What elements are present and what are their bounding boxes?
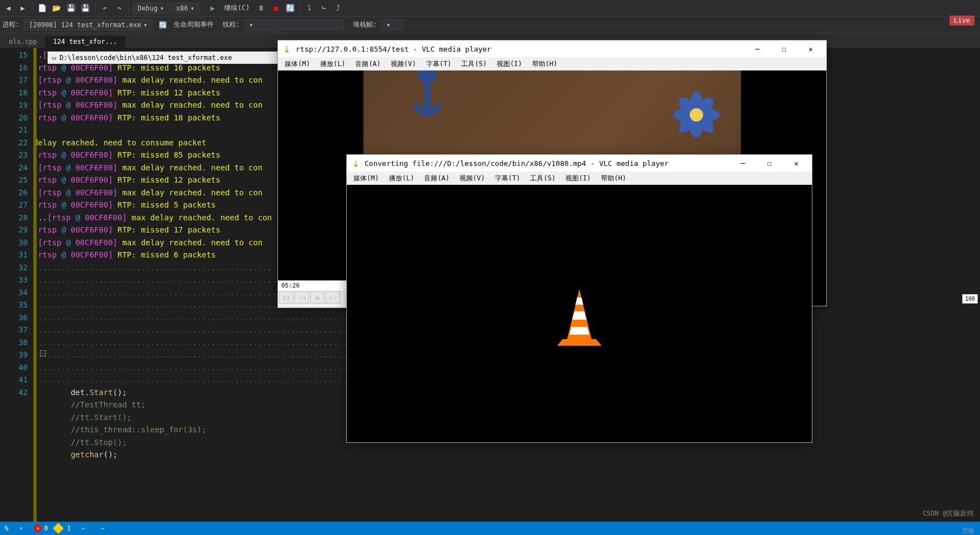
stackframe-combo[interactable]: ▾ (381, 19, 403, 31)
process-combo[interactable]: [20908] 124 test_xformat.exe ▾ (24, 19, 153, 31)
playback-time: 05:26 (278, 281, 346, 290)
svg-point-7 (690, 108, 703, 122)
menu-help[interactable]: 帮助(H) (528, 58, 562, 70)
errors-indicator[interactable]: ✕ 0 (34, 524, 48, 532)
nav-fwd-icon[interactable]: ▶ (17, 2, 29, 14)
menu-audio[interactable]: 音频(A) (351, 58, 385, 70)
svg-marker-21 (557, 339, 602, 346)
restart-icon[interactable]: 🔄 (284, 2, 296, 14)
zoom-dropdown[interactable]: ▾ (15, 522, 27, 534)
menu-view[interactable]: 视图(I) (492, 58, 527, 70)
warnings-indicator[interactable]: 1 (54, 524, 70, 532)
menu-play[interactable]: 播放(L) (316, 58, 350, 70)
prev-button[interactable]: |◀ (295, 291, 309, 304)
svg-rect-2 (286, 49, 289, 51)
svg-marker-14 (354, 160, 357, 166)
vlc2-video[interactable] (347, 185, 812, 442)
pause-button[interactable]: ❚❚ (279, 291, 294, 304)
vlc1-menubar: 媒体(M) 播放(L) 音频(A) 视频(V) 字幕(T) 工具(S) 视图(I… (278, 57, 826, 70)
menu-view[interactable]: 视图(I) (561, 173, 595, 184)
svg-marker-0 (285, 46, 289, 52)
nav-back-status[interactable]: ← (78, 522, 90, 534)
svg-marker-19 (572, 311, 587, 320)
process-label: 进程: (2, 20, 19, 29)
config-combo[interactable]: Debug ▾ (133, 3, 169, 14)
lifecycle-icon[interactable]: 🔄 (157, 19, 169, 31)
menu-subtitle[interactable]: 字幕(T) (491, 173, 525, 184)
svg-rect-16 (355, 164, 357, 165)
tab-test-xformat[interactable]: 124 test_xfor... (46, 35, 126, 48)
fold-toggle[interactable]: − (40, 350, 46, 356)
console-app-icon: ▭ (52, 54, 56, 62)
stop-icon[interactable]: ■ (270, 2, 282, 14)
close-icon[interactable]: ✕ (800, 41, 822, 57)
redo-icon[interactable]: ↷ (113, 2, 125, 14)
vlc-icon (282, 44, 291, 53)
thread-combo[interactable]: ▾ (244, 19, 344, 31)
menu-audio[interactable]: 音频(A) (420, 173, 454, 184)
vlc2-titlebar[interactable]: Converting file:///D:/lesson/code/bin/x8… (347, 155, 812, 171)
next-button[interactable]: ▶| (326, 291, 340, 304)
menu-tools[interactable]: 工具(S) (457, 58, 491, 70)
save-icon[interactable]: 💾 (65, 2, 77, 14)
platform-combo[interactable]: x86 ▾ (171, 3, 199, 14)
svg-marker-18 (575, 297, 583, 305)
vs-debugbar: 进程: [20908] 124 test_xformat.exe ▾ 🔄 生命周… (0, 17, 980, 33)
undo-icon[interactable]: ↶ (99, 2, 111, 14)
error-count: 0 (44, 524, 48, 532)
anchor-graphic (397, 70, 458, 137)
vlc1-titlebar[interactable]: rtsp://127.0.0.1:8554/test - VLC media p… (278, 41, 826, 57)
continue-label[interactable]: 继续(C) (221, 3, 253, 13)
error-icon: ✕ (34, 524, 42, 532)
maximize-icon[interactable]: ☐ (759, 155, 781, 171)
volume-badge: 100 (962, 294, 978, 304)
vs-toolbar: ◀ ▶ 📄 📂 💾 💾 ↶ ↷ Debug ▾ x86 ▾ ▶ 继续(C) ⏸ … (0, 0, 980, 17)
stackframe-label: 堆栈帧: (353, 20, 377, 29)
step-into-icon[interactable]: ⤷ (318, 2, 330, 14)
minimize-icon[interactable]: ─ (732, 155, 754, 171)
config-text: Debug (138, 4, 158, 12)
live-badge[interactable]: Live (949, 16, 974, 26)
menu-play[interactable]: 播放(L) (385, 173, 419, 184)
lifecycle-label: 生命周期事件 (174, 20, 214, 29)
save-all-icon[interactable]: 💾 (79, 2, 92, 14)
watermark: CSDN @苦藤新鸡 (923, 509, 973, 518)
menu-subtitle[interactable]: 字幕(T) (422, 58, 456, 70)
close-icon[interactable]: ✕ (785, 155, 807, 171)
continue-icon[interactable]: ▶ (206, 2, 219, 14)
warning-count: 1 (67, 524, 70, 532)
thread-label: 线程: (223, 20, 240, 29)
step-out-icon[interactable]: ⤴ (332, 2, 345, 14)
open-icon[interactable]: 📂 (50, 2, 63, 14)
new-icon[interactable]: 📄 (36, 2, 48, 14)
menu-video[interactable]: 视频(V) (386, 58, 421, 70)
vlc-cone-large (552, 284, 607, 350)
svg-rect-15 (355, 162, 357, 163)
minimize-icon[interactable]: ─ (746, 41, 769, 57)
platform-text: x86 (176, 4, 188, 12)
vlc1-title: rtsp://127.0.0.1:8554/test - VLC media p… (296, 45, 742, 53)
menu-video[interactable]: 视频(V) (455, 173, 489, 184)
menu-media[interactable]: 媒体(M) (349, 173, 383, 184)
zoom-percent[interactable]: % (4, 524, 8, 532)
fan-graphic (663, 82, 730, 148)
menu-tools[interactable]: 工具(S) (526, 173, 560, 184)
nav-fwd-status[interactable]: → (97, 522, 109, 534)
nav-back-icon[interactable]: ◀ (2, 2, 14, 14)
fold-column: − (40, 48, 48, 522)
line-gutter: 1516171819202122232425262728293031323334… (0, 48, 33, 522)
pause-icon[interactable]: ⏸ (255, 2, 267, 14)
console-title-text: D:\lesson\code\bin\x86\124 test_xformat.… (59, 54, 232, 62)
menu-help[interactable]: 帮助(H) (597, 173, 631, 184)
tab-ols[interactable]: ols.cpp (1, 36, 46, 48)
stop-button[interactable]: ■ (310, 291, 325, 304)
step-over-icon[interactable]: ⤵ (304, 2, 316, 14)
vlc-icon (351, 159, 360, 168)
svg-rect-1 (286, 48, 288, 49)
vlc-window-converting: Converting file:///D:/lesson/code/bin/x8… (346, 154, 812, 443)
maximize-icon[interactable]: ☐ (773, 41, 795, 57)
menu-media[interactable]: 媒体(M) (280, 58, 315, 70)
change-margin (33, 48, 37, 522)
statusbar: % ▾ ✕ 0 1 ← → 空格 (0, 522, 980, 535)
vlc2-title: Converting file:///D:/lesson/code/bin/x8… (365, 159, 728, 168)
